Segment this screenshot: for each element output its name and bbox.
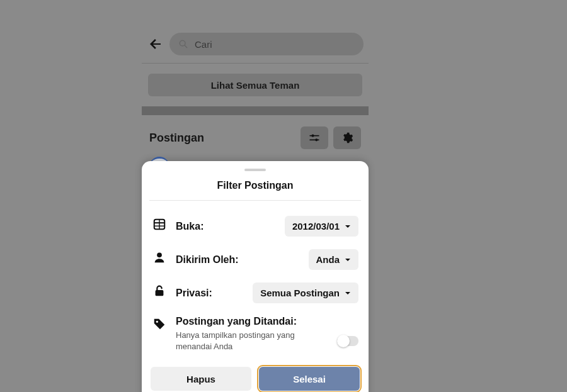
divider xyxy=(149,200,361,201)
svg-line-1 xyxy=(185,45,187,48)
author-value: Anda xyxy=(316,254,340,265)
author-label: Dikirim Oleh: xyxy=(176,254,239,266)
date-selector[interactable]: 2012/03/01 xyxy=(285,216,358,237)
tagged-toggle[interactable] xyxy=(337,336,358,346)
posts-header: Postingan xyxy=(142,115,369,157)
svg-point-5 xyxy=(315,138,318,141)
search-field[interactable] xyxy=(169,33,364,55)
see-all-friends-button[interactable]: Lihat Semua Teman xyxy=(148,74,362,96)
sliders-icon xyxy=(308,132,321,144)
svg-point-3 xyxy=(311,135,314,137)
gear-icon xyxy=(341,132,353,144)
sheet-grabber[interactable] xyxy=(244,169,266,171)
filter-row-author: Dikirim Oleh: Anda xyxy=(142,243,369,276)
search-icon xyxy=(178,39,188,49)
posts-title: Postingan xyxy=(149,132,204,145)
filter-posts-modal: Filter Postingan Buka: 2012/03/01 xyxy=(142,161,369,392)
clear-button[interactable]: Hapus xyxy=(151,367,251,391)
done-button[interactable]: Selesai xyxy=(259,367,360,391)
date-label: Buka: xyxy=(176,221,203,232)
filter-row-tagged: Postingan yang Ditandai: Hanya tampilkan… xyxy=(142,310,369,358)
tag-icon xyxy=(152,317,166,331)
filter-posts-button[interactable] xyxy=(301,126,328,149)
chevron-down-icon xyxy=(345,290,351,296)
privacy-label: Privasi: xyxy=(176,288,212,299)
privacy-value: Semua Postingan xyxy=(260,288,340,298)
arrow-left-icon xyxy=(148,36,163,52)
modal-title: Filter Postingan xyxy=(142,180,369,200)
profile-screen: Lihat Semua Teman Postingan xyxy=(142,0,369,169)
chevron-down-icon xyxy=(345,223,351,230)
back-button[interactable] xyxy=(147,35,164,53)
svg-point-10 xyxy=(157,252,162,257)
search-input[interactable] xyxy=(195,39,355,50)
tagged-label: Postingan yang Ditandai: xyxy=(176,316,297,327)
post-settings-button[interactable] xyxy=(333,126,361,149)
privacy-selector[interactable]: Semua Postingan xyxy=(253,283,358,303)
tagged-description: Hanya tampilkan postingan yang menandai … xyxy=(176,330,308,352)
unlock-icon xyxy=(152,284,166,298)
svg-rect-11 xyxy=(156,290,164,296)
date-value: 2012/03/01 xyxy=(292,221,340,232)
person-icon xyxy=(152,250,166,264)
filter-row-privacy: Privasi: Semua Postingan xyxy=(142,276,369,310)
author-selector[interactable]: Anda xyxy=(309,249,359,270)
svg-point-0 xyxy=(180,40,185,46)
section-divider xyxy=(142,106,369,115)
chevron-down-icon xyxy=(345,257,351,263)
filter-row-date: Buka: 2012/03/01 xyxy=(142,210,369,243)
calendar-icon xyxy=(152,217,166,231)
svg-point-12 xyxy=(156,321,158,323)
top-bar xyxy=(142,0,369,64)
